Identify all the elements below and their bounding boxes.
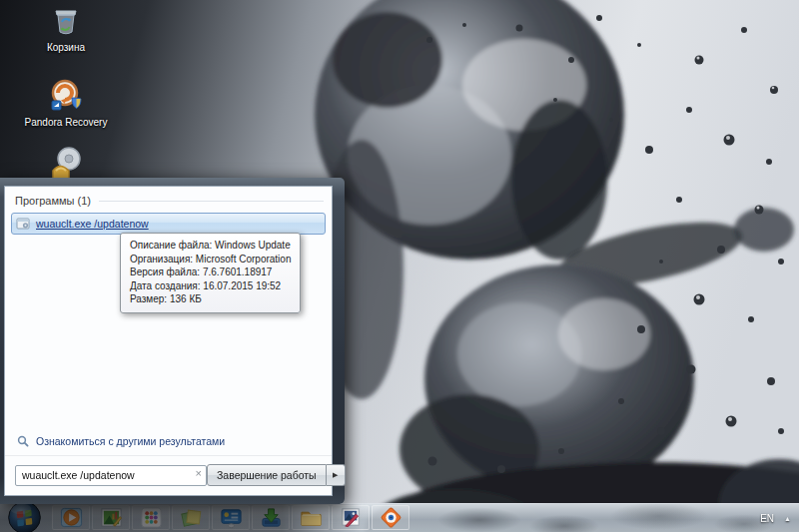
search-result-wuauclt[interactable]: wuauclt.exe /updatenow — [11, 213, 326, 235]
search-input[interactable] — [15, 465, 207, 486]
pandora-recovery-icon — [47, 77, 85, 115]
taskbar-button-media-player[interactable] — [52, 505, 90, 530]
tooltip-line-description: Описание файла: Windows Update — [130, 239, 291, 253]
taskbar-button-download-manager[interactable] — [252, 505, 290, 530]
tooltip-line-created: Дата создания: 16.07.2015 19:52 — [130, 279, 291, 293]
desktop-icon-recycle-bin[interactable]: Корзина — [18, 2, 114, 55]
image-viewer-icon — [100, 506, 123, 529]
group-header-divider — [99, 201, 324, 202]
search-icon — [17, 435, 29, 447]
windows7-desktop: { "desktop": { "icons": [ { "name": "rec… — [0, 0, 799, 532]
windows-media-player-icon — [60, 506, 83, 529]
taskbar-button-windows-explorer[interactable] — [292, 505, 330, 530]
desktop-icon-pandora-recovery[interactable]: Pandora Recovery — [18, 77, 114, 130]
taskbar-buttons — [52, 505, 409, 530]
tooltip-line-size: Размер: 136 КБ — [130, 292, 291, 306]
clear-search-icon[interactable]: × — [196, 468, 202, 479]
system-panel-icon — [220, 506, 243, 529]
search-box: × — [15, 465, 207, 486]
taskbar-button-app-grid[interactable] — [132, 505, 170, 530]
shutdown-button-group: Завершение работы ▶ — [207, 464, 346, 486]
recycle-bin-icon — [47, 2, 85, 40]
taskbar-button-image-viewer[interactable] — [92, 505, 130, 530]
tooltip-line-organization: Организация: Microsoft Corporation — [130, 253, 291, 266]
desktop-icon-label: Pandora Recovery — [25, 117, 108, 130]
start-menu: Программы (1) wuauclt.exe /updatenow — [0, 178, 345, 504]
taskbar-button-photo-editor[interactable] — [332, 505, 370, 530]
sticky-notes-icon — [180, 506, 203, 529]
results-group-header: Программы (1) — [5, 187, 332, 210]
show-hidden-icons-button[interactable]: ▲ — [784, 515, 791, 522]
search-result-label: wuauclt.exe /updatenow — [36, 218, 149, 230]
see-more-results-label: Ознакомиться с другими результатами — [36, 435, 225, 447]
language-indicator[interactable]: EN — [760, 513, 774, 524]
desktop-icon-label: Корзина — [47, 42, 85, 55]
file-info-tooltip: Описание файла: Windows Update Организац… — [120, 233, 301, 313]
group-header-label: Программы (1) — [15, 195, 91, 207]
tooltip-line-version: Версия файла: 7.6.7601.18917 — [130, 266, 291, 279]
photo-editor-icon — [340, 506, 363, 529]
system-tray: EN ▲ — [760, 504, 791, 532]
taskbar-button-sticky-notes[interactable] — [172, 505, 210, 530]
see-more-results-link[interactable]: Ознакомиться с другими результатами — [5, 429, 332, 455]
desktop-icon-column: Корзина Pandora Recovery — [18, 2, 114, 197]
shutdown-options-arrow[interactable]: ▶ — [327, 464, 346, 486]
start-button[interactable] — [7, 500, 42, 532]
faststone-viewer-icon — [380, 506, 402, 529]
download-manager-icon — [260, 506, 283, 529]
shutdown-button[interactable]: Завершение работы — [207, 464, 327, 486]
windows-explorer-icon — [300, 506, 323, 529]
taskbar-button-faststone-viewer[interactable] — [372, 505, 409, 530]
start-menu-search-row: × Завершение работы ▶ — [5, 455, 332, 495]
taskbar-button-system-panel[interactable] — [212, 505, 250, 530]
exe-file-icon — [16, 217, 30, 231]
taskbar: EN ▲ — [0, 503, 799, 532]
app-grid-icon — [140, 506, 163, 529]
